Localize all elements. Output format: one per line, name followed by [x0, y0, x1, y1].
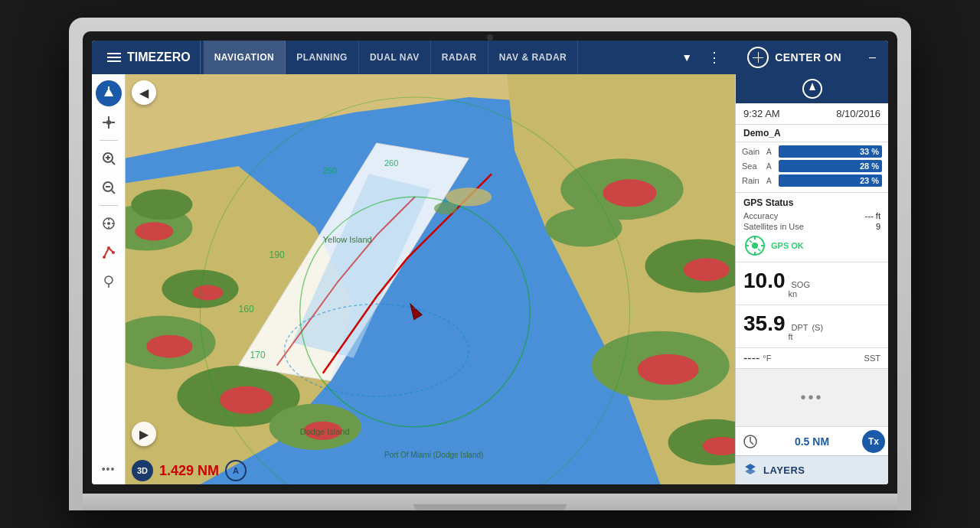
- svg-point-16: [107, 246, 110, 249]
- main-content: •••: [92, 74, 888, 484]
- range-cycle-button[interactable]: [736, 427, 765, 456]
- svg-line-69: [750, 240, 752, 243]
- map-area[interactable]: 190 160 170 250 260 Yellow Island Dodge …: [126, 74, 735, 484]
- svg-text:Yellow Island: Yellow Island: [323, 235, 372, 244]
- satellites-value: 9: [876, 222, 880, 231]
- mark-tool-button[interactable]: [96, 269, 122, 295]
- gain-value: 33 %: [860, 147, 879, 156]
- route-tool-button[interactable]: [96, 240, 122, 266]
- accuracy-value: --- ft: [865, 211, 880, 220]
- svg-text:160: 160: [239, 304, 254, 315]
- svg-rect-0: [108, 86, 109, 90]
- panel-more-dots[interactable]: •••: [736, 369, 888, 426]
- sst-value: ----: [743, 351, 760, 365]
- sst-label: SST: [864, 354, 880, 363]
- svg-point-59: [434, 202, 457, 214]
- compass-icon[interactable]: [802, 79, 822, 99]
- hamburger-menu-icon[interactable]: [107, 53, 121, 62]
- sea-auto: A: [766, 162, 776, 171]
- center-on-circle-icon: [747, 47, 769, 68]
- svg-point-31: [146, 335, 192, 358]
- dpt-label: DPT (S): [792, 323, 824, 332]
- rain-row: Rain A 23 %: [742, 174, 882, 187]
- 3d-badge[interactable]: 3D: [132, 460, 153, 481]
- svg-point-40: [603, 179, 656, 207]
- svg-point-1: [106, 120, 111, 125]
- sea-label: Sea: [742, 161, 763, 171]
- gps-satellite-icon: [743, 234, 766, 257]
- app-title: TIMEZERO: [127, 51, 191, 64]
- gps-status-row: GPS OK: [743, 234, 880, 257]
- minimize-button[interactable]: –: [863, 51, 882, 64]
- svg-point-15: [103, 256, 106, 259]
- svg-line-8: [112, 191, 115, 194]
- sog-unit: kn: [789, 289, 798, 298]
- zoom-out-button[interactable]: [96, 174, 122, 200]
- svg-text:Dodge Island: Dodge Island: [300, 427, 350, 436]
- tab-nav-radar[interactable]: NAV & RADAR: [488, 41, 579, 74]
- layers-label: LAYERS: [763, 464, 805, 476]
- svg-text:250: 250: [323, 166, 337, 175]
- vessel-tool-button[interactable]: [96, 80, 122, 106]
- back-button[interactable]: ◀: [132, 80, 156, 105]
- tx-badge[interactable]: Tx: [862, 430, 885, 453]
- gain-bar[interactable]: 33 %: [779, 145, 882, 158]
- sea-value: 28 %: [860, 161, 879, 171]
- map-canvas: 190 160 170 250 260 Yellow Island Dodge …: [126, 74, 735, 484]
- svg-point-32: [219, 386, 273, 414]
- forward-button[interactable]: ▶: [132, 422, 156, 446]
- range-value: 0.5 NM: [765, 435, 859, 448]
- dpt-unit: ft: [789, 332, 793, 341]
- sea-bar[interactable]: 28 %: [779, 160, 882, 172]
- svg-point-68: [752, 243, 758, 249]
- dropdown-arrow-icon[interactable]: ▼: [678, 48, 695, 67]
- app-logo[interactable]: TIMEZERO: [98, 41, 201, 74]
- svg-text:170: 170: [250, 350, 266, 360]
- toolbar-more-button[interactable]: •••: [102, 463, 116, 475]
- north-badge[interactable]: A: [225, 460, 247, 481]
- zoom-in-button[interactable]: [96, 145, 122, 171]
- application-screen: TIMEZERO NAVIGATION PLANNING DUAL NAV RA…: [92, 41, 888, 484]
- compass-bar: [736, 74, 888, 103]
- sog-section: 10.0 SOG kn: [736, 262, 888, 305]
- tab-navigation[interactable]: NAVIGATION: [204, 41, 286, 74]
- right-panel: 9:32 AM 8/10/2016 Demo_A Gain A 33 %: [735, 74, 888, 484]
- dpt-section: 35.9 DPT (S) ft: [736, 305, 888, 348]
- rain-bar[interactable]: 23 %: [779, 174, 882, 187]
- svg-line-5: [112, 161, 115, 165]
- dpt-value: 35.9: [743, 311, 786, 336]
- svg-point-30: [192, 285, 223, 301]
- gain-auto: A: [766, 148, 776, 156]
- nav-tabs: NAVIGATION PLANNING DUAL NAV RADAR NAV &…: [201, 41, 679, 74]
- satellites-row: Satellites in Use 9: [743, 222, 880, 231]
- map-bottom-bar: 3D 1.429 NM A: [126, 457, 735, 484]
- accuracy-row: Accuracy --- ft: [743, 211, 880, 220]
- accuracy-label: Accuracy: [743, 211, 778, 220]
- date-display: 8/10/2016: [836, 108, 880, 119]
- screen-bezel: TIMEZERO NAVIGATION PLANNING DUAL NAV RA…: [83, 31, 897, 494]
- sea-row: Sea A 28 %: [742, 160, 882, 172]
- gps-title: GPS Status: [743, 197, 880, 208]
- pan-tool-button[interactable]: [96, 109, 122, 135]
- radar-controls: Gain A 33 % Sea A 28 %: [736, 142, 888, 193]
- svg-text:260: 260: [384, 158, 398, 168]
- top-nav-bar: TIMEZERO NAVIGATION PLANNING DUAL NAV RA…: [92, 41, 888, 74]
- rain-auto: A: [766, 177, 776, 185]
- svg-point-42: [638, 354, 699, 385]
- satellites-label: Satellites in Use: [743, 222, 804, 231]
- map-distance: 1.429 NM: [159, 463, 219, 479]
- time-display: 9:32 AM: [743, 108, 780, 119]
- svg-point-18: [105, 276, 113, 284]
- panel-bottom-bar: 0.5 NM Tx: [736, 426, 888, 455]
- more-options-icon[interactable]: ⋮: [701, 46, 729, 69]
- layers-button[interactable]: LAYERS: [736, 455, 888, 484]
- tab-radar[interactable]: RADAR: [431, 41, 488, 74]
- gps-section: GPS Status Accuracy --- ft Satellites in…: [736, 193, 888, 262]
- center-on-button[interactable]: CENTER ON: [735, 42, 854, 73]
- nav-right-controls: ▼ ⋮ CENTER ON –: [678, 42, 882, 73]
- measure-tool-button[interactable]: [96, 210, 122, 236]
- tab-dual-nav[interactable]: DUAL NAV: [359, 41, 431, 74]
- datetime-bar: 9:32 AM 8/10/2016: [736, 103, 888, 125]
- tab-planning[interactable]: PLANNING: [286, 41, 359, 74]
- svg-point-41: [684, 258, 730, 281]
